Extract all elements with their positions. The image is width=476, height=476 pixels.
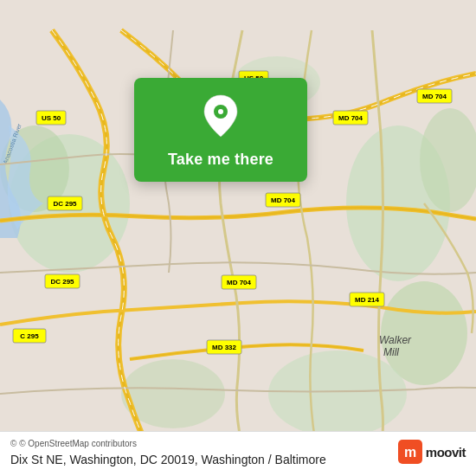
moovit-text: moovit [426,445,466,460]
svg-text:MD 704: MD 704 [227,279,252,286]
svg-text:C 295: C 295 [20,332,39,340]
take-me-there-button[interactable]: Take me there [168,151,273,170]
svg-text:MD 704: MD 704 [271,196,296,204]
map-container: Anacostia River US 50 U [0,0,476,476]
moovit-logo: m moovit [398,440,466,464]
svg-text:DC 295: DC 295 [53,200,77,208]
pin-icon [202,93,240,142]
location-card: Take me there [134,78,307,182]
map-background: Anacostia River US 50 U [0,0,476,476]
svg-text:m: m [404,445,416,460]
svg-point-37 [218,109,223,114]
svg-point-5 [268,351,407,437]
svg-text:Mill: Mill [383,346,399,358]
svg-text:DC 295: DC 295 [50,278,74,286]
svg-text:MD 704: MD 704 [422,93,447,100]
moovit-icon: m [398,440,422,464]
svg-text:Walker: Walker [379,334,412,346]
svg-text:MD 214: MD 214 [355,296,380,304]
address-line: Dix St NE, Washington, DC 20019, Washing… [10,453,326,466]
svg-text:MD 332: MD 332 [212,344,237,351]
svg-text:US 50: US 50 [42,114,61,122]
svg-text:MD 704: MD 704 [338,114,363,122]
osm-text: © OpenStreetMap contributors [19,439,137,448]
copyright-symbol: © [10,439,16,448]
